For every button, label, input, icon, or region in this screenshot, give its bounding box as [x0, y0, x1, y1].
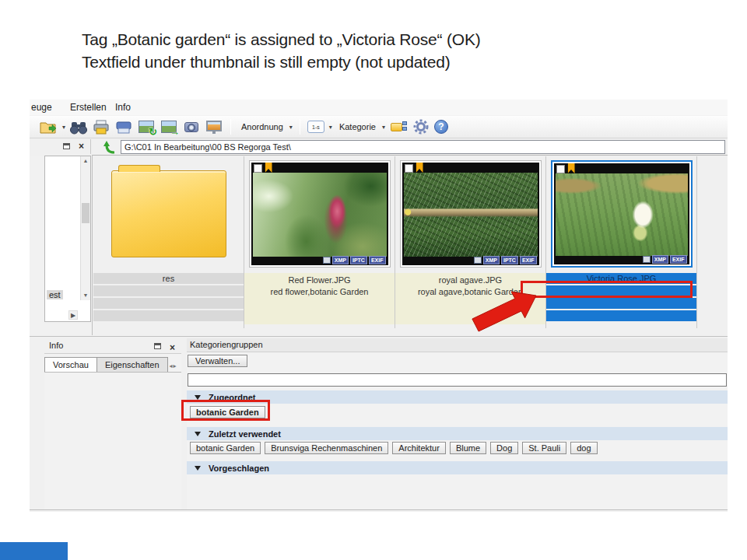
tab-vorschau[interactable]: Vorschau: [44, 357, 97, 372]
red-arrow-annotation: [465, 291, 539, 338]
category-minifolder: [391, 123, 402, 131]
float-panel-icon[interactable]: [154, 343, 161, 349]
folder-tree-panel: ▲ ▼ est ▶: [44, 156, 91, 322]
tag-chip[interactable]: St. Pauli: [522, 442, 566, 454]
export-image-icon[interactable]: →: [160, 118, 178, 135]
collapse-arrow-icon: [195, 432, 201, 436]
tree-vertical-scrollbar[interactable]: ▲ ▼: [80, 156, 90, 300]
camera-lens: [188, 124, 195, 131]
verwalten-button[interactable]: Verwalten...: [188, 355, 247, 367]
tag-chip[interactable]: Dog: [490, 442, 518, 454]
tag-chip[interactable]: botanic Garden: [190, 442, 261, 454]
tab-scroll-right-icon[interactable]: ▸: [174, 362, 177, 369]
thumbnail-checkbox[interactable]: [556, 165, 565, 173]
search-binoculars-icon[interactable]: [69, 118, 88, 135]
vorgeschlagen-label: Vorgeschlagen: [209, 464, 269, 473]
settings-gear-icon[interactable]: [412, 118, 430, 135]
close-panel-icon[interactable]: ×: [79, 141, 84, 152]
bookmark-flag-icon[interactable]: [416, 163, 423, 173]
camera-import-icon[interactable]: [182, 118, 201, 135]
category-panel-title: Kategoriengruppen: [187, 338, 728, 352]
tag-chip[interactable]: Blume: [450, 442, 486, 454]
anordnung-dropdown-icon[interactable]: ▾: [289, 124, 293, 131]
sort-order-icon[interactable]: 1-s: [307, 121, 324, 133]
image-tags-label[interactable]: red flower,botanic Garden: [244, 286, 395, 298]
category-folder-icon[interactable]: [389, 118, 408, 135]
category-search-input[interactable]: [188, 373, 727, 387]
scroll-down-icon[interactable]: ▼: [81, 291, 90, 300]
toolbar-separator: [300, 119, 300, 135]
annotation-text: Tag „Botanic garden“ is assigned to „Vic…: [82, 28, 480, 73]
folder-icon: [111, 170, 226, 257]
info-panel: Info × Vorschau Eigenschaften ◂ ▸: [44, 338, 181, 509]
address-path-input[interactable]: [121, 140, 725, 154]
menu-item-info[interactable]: Info: [115, 102, 131, 113]
toolbar-separator: [230, 119, 231, 135]
caption-empty-row: [93, 285, 244, 296]
slideshow-monitor: [206, 121, 222, 131]
image-name-label: Red Flower.JPG: [244, 275, 395, 286]
sort-order-dropdown-icon[interactable]: ▾: [329, 124, 332, 131]
image-thumbwrap: XMP IPTC EXIF: [395, 156, 545, 271]
menu-item-werkzeuge[interactable]: euge: [31, 102, 52, 113]
thumbnail-mini-icon: [474, 257, 482, 264]
thumbnail-cell-red-flower[interactable]: XMP IPTC EXIF Red Flower.JPG red flower,…: [244, 156, 395, 328]
thumbnail-frame-selected: XMP EXIF: [551, 160, 693, 268]
section-zuletzt-verwendet[interactable]: Zuletzt verwendet: [187, 427, 728, 440]
refresh-arrow-glyph: ↻: [149, 126, 157, 138]
scan-print-icon[interactable]: [114, 118, 133, 135]
menu-item-erstellen[interactable]: Erstellen: [70, 102, 107, 113]
thumbnail-cell-victoria-rose[interactable]: XMP EXIF Victoria Rose.JPG: [546, 156, 697, 328]
tree-panel-titlebar: ×: [43, 139, 91, 154]
scroll-up-icon[interactable]: ▲: [81, 156, 90, 166]
toolbar: ▾ ↻ →: [30, 115, 728, 138]
help-icon[interactable]: ?: [434, 120, 448, 134]
folder-up-icon[interactable]: [102, 139, 117, 155]
section-vorgeschlagen[interactable]: Vorgeschlagen: [187, 461, 728, 474]
tab-eigenschaften[interactable]: Eigenschaften: [97, 357, 168, 372]
image-thumbwrap: XMP EXIF: [546, 156, 696, 271]
print-icon[interactable]: [92, 118, 110, 135]
scroll-right-icon[interactable]: ▶: [68, 310, 78, 320]
tag-chip[interactable]: Brunsviga Rechenmaschinen: [265, 442, 388, 454]
exif-badge: EXIF: [369, 256, 386, 264]
collapse-arrow-icon: [195, 395, 201, 400]
float-panel-icon[interactable]: [63, 143, 70, 149]
thumbnail-cell-res[interactable]: res: [93, 156, 244, 328]
bookmark-flag-icon[interactable]: [568, 163, 575, 173]
folder-thumbwrap: [93, 156, 244, 271]
red-highlight-empty-textfield: [521, 281, 693, 298]
red-flower-photo: [253, 173, 387, 257]
iptc-badge: IPTC: [350, 256, 367, 264]
annotation-line-1: Tag „Botanic garden“ is assigned to „Vic…: [82, 28, 480, 51]
tab-scrollers: ◂ ▸: [170, 362, 177, 372]
bottom-dock: Info × Vorschau Eigenschaften ◂ ▸ Katego…: [30, 336, 728, 510]
tag-chip[interactable]: Architektur: [392, 442, 446, 454]
refresh-image-icon[interactable]: ↻: [137, 118, 156, 135]
caption-empty-row: [93, 298, 244, 309]
tree-item-partial[interactable]: est: [47, 290, 63, 299]
zuletzt-verwendet-label: Zuletzt verwendet: [209, 429, 281, 439]
open-folder-dropdown-icon[interactable]: ▾: [62, 124, 65, 131]
exif-badge: EXIF: [520, 256, 537, 264]
slide-decoration-bar: [0, 542, 68, 560]
thumbnail-checkbox[interactable]: [254, 164, 262, 173]
app-window: euge Erstellen Info ▾ ↻: [30, 100, 728, 512]
kategorie-dropdown-label[interactable]: Kategorie: [339, 122, 376, 131]
slideshow-icon[interactable]: [205, 118, 223, 135]
recent-tags-row: botanic Garden Brunsviga Rechenmaschinen…: [190, 442, 598, 454]
tag-chip[interactable]: dog: [570, 442, 597, 454]
tab-scroll-left-icon[interactable]: ◂: [170, 362, 173, 369]
category-plug: [402, 121, 408, 131]
kategorie-dropdown-icon[interactable]: ▾: [382, 124, 385, 131]
thumbnail-checkbox[interactable]: [405, 164, 413, 173]
bookmark-flag-icon[interactable]: [265, 163, 272, 173]
info-panel-titlebar: Info ×: [44, 338, 181, 354]
open-folder-icon[interactable]: [39, 118, 58, 135]
victoria-rose-photo: [556, 173, 688, 256]
thumbnail-frame: XMP IPTC EXIF: [400, 160, 542, 268]
caption-empty-row: [546, 298, 696, 309]
scroll-thumb[interactable]: [82, 203, 89, 223]
anordnung-dropdown-label[interactable]: Anordnung: [241, 122, 283, 131]
folder-caption-rows: res: [93, 273, 244, 323]
